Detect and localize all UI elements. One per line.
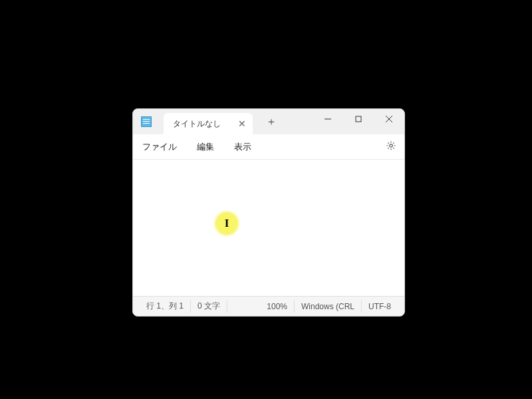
status-char-count: 0 文字 (191, 301, 227, 313)
notepad-window: タイトルなし ✕ ＋ ファイル 編集 表示 I (132, 108, 405, 317)
status-encoding[interactable]: UTF-8 (362, 301, 398, 313)
status-line-ending[interactable]: Windows (CRL (295, 301, 362, 313)
close-button[interactable] (374, 109, 404, 129)
tab-title: タイトルなし (173, 118, 221, 130)
menu-edit[interactable]: 編集 (193, 138, 218, 156)
status-zoom[interactable]: 100% (260, 301, 295, 313)
new-tab-button[interactable]: ＋ (262, 112, 281, 131)
maximize-button[interactable] (343, 109, 374, 129)
text-cursor-icon: I (225, 217, 229, 230)
titlebar: タイトルなし ✕ ＋ (133, 109, 404, 134)
document-tab[interactable]: タイトルなし ✕ (164, 113, 253, 134)
close-tab-icon[interactable]: ✕ (238, 118, 246, 129)
gear-icon[interactable] (386, 140, 396, 153)
window-controls (313, 109, 404, 129)
cursor-highlight: I (213, 210, 240, 237)
menu-file[interactable]: ファイル (138, 138, 181, 156)
status-position: 行 1、列 1 (140, 301, 191, 313)
svg-rect-1 (356, 116, 361, 122)
text-editor-area[interactable]: I (133, 160, 404, 296)
statusbar: 行 1、列 1 0 文字 100% Windows (CRL UTF-8 (133, 296, 404, 316)
notepad-icon (141, 116, 152, 127)
minimize-button[interactable] (313, 109, 343, 129)
svg-point-4 (390, 144, 392, 147)
menu-view[interactable]: 表示 (230, 138, 255, 156)
menubar: ファイル 編集 表示 (133, 134, 404, 160)
